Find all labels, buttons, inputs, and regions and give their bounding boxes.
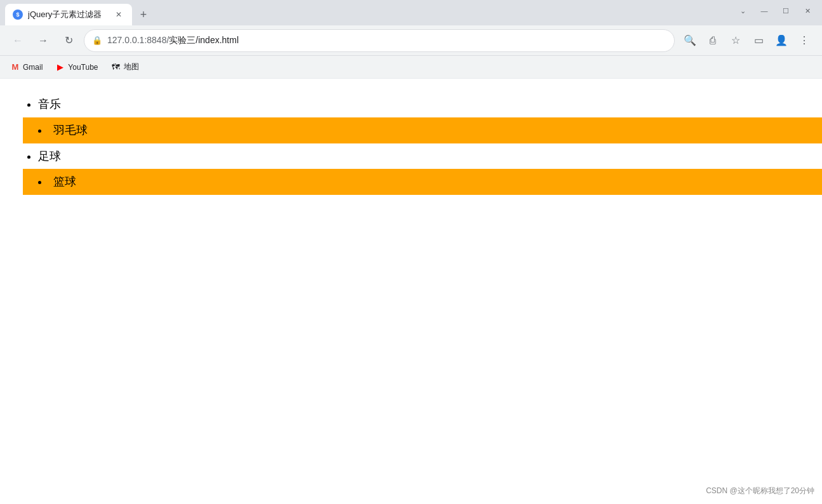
tab-favicon: $ bbox=[13, 10, 23, 20]
maximize-button[interactable]: ☐ bbox=[776, 4, 795, 17]
tab-close-button[interactable]: ✕ bbox=[113, 9, 124, 20]
tab-favicon-icon: $ bbox=[13, 10, 23, 20]
bookmark-maps-label: 地图 bbox=[124, 62, 139, 72]
gmail-favicon-icon: M bbox=[10, 62, 20, 72]
bookmark-maps[interactable]: 🗺 地图 bbox=[106, 59, 144, 75]
tab-title: jQuery子元素过滤器 bbox=[28, 9, 108, 20]
youtube-favicon-icon: ▶ bbox=[55, 62, 65, 72]
page-inner: 音乐 羽毛球 足球 篮球 bbox=[0, 79, 822, 208]
profile-button[interactable]: 👤 bbox=[771, 30, 792, 51]
reload-button[interactable]: ↻ bbox=[58, 30, 79, 51]
maps-favicon-icon: 🗺 bbox=[111, 62, 121, 72]
title-bar: $ jQuery子元素过滤器 ✕ + ⌄ — ☐ ✕ bbox=[0, 0, 822, 25]
bookmark-youtube-label: YouTube bbox=[68, 63, 98, 72]
forward-button[interactable]: → bbox=[33, 30, 53, 51]
sidebar-button[interactable]: ▭ bbox=[748, 30, 769, 51]
back-button[interactable]: ← bbox=[8, 30, 28, 51]
list-item-text: 篮球 bbox=[53, 175, 76, 188]
bookmark-gmail[interactable]: M Gmail bbox=[5, 60, 48, 75]
bookmark-button[interactable]: ☆ bbox=[726, 30, 746, 51]
address-bar[interactable]: 🔒 127.0.0.1:8848/实验三/index.html bbox=[84, 29, 675, 52]
url-scheme: 127.0.0.1:8848/ bbox=[107, 35, 169, 45]
bookmark-youtube[interactable]: ▶ YouTube bbox=[50, 60, 103, 75]
watermark: CSDN @这个昵称我想了20分钟 bbox=[706, 486, 814, 496]
page-content: 音乐 羽毛球 足球 篮球 CSDN @这个昵称我想了20分钟 bbox=[0, 79, 822, 504]
browser-frame: $ jQuery子元素过滤器 ✕ + ⌄ — ☐ ✕ ← → ↻ 🔒 127.0… bbox=[0, 0, 822, 504]
close-button[interactable]: ✕ bbox=[798, 4, 817, 17]
list-item-text: 足球 bbox=[38, 150, 61, 162]
list-item: 足球 bbox=[38, 143, 809, 169]
new-tab-button[interactable]: + bbox=[135, 6, 152, 23]
url-text: 127.0.0.1:8848/实验三/index.html bbox=[107, 35, 666, 46]
list-item: 音乐 bbox=[38, 91, 809, 117]
bookmarks-bar: M Gmail ▶ YouTube 🗺 地图 bbox=[0, 56, 822, 79]
minimize-button[interactable]: — bbox=[755, 4, 774, 17]
active-tab[interactable]: $ jQuery子元素过滤器 ✕ bbox=[5, 4, 132, 25]
share-button[interactable]: ⎙ bbox=[703, 30, 723, 51]
items-list: 音乐 羽毛球 足球 篮球 bbox=[13, 91, 809, 195]
chevron-down-button[interactable]: ⌄ bbox=[733, 4, 752, 17]
menu-button[interactable]: ⋮ bbox=[794, 30, 814, 51]
list-item: 篮球 bbox=[23, 169, 822, 195]
list-item-text: 羽毛球 bbox=[53, 124, 88, 136]
lock-icon: 🔒 bbox=[92, 36, 102, 45]
toolbar-actions: 🔍 ⎙ ☆ ▭ 👤 ⋮ bbox=[680, 30, 814, 51]
window-controls: ⌄ — ☐ ✕ bbox=[733, 4, 817, 21]
list-item: 羽毛球 bbox=[23, 117, 822, 143]
list-item-text: 音乐 bbox=[38, 98, 61, 110]
navigation-toolbar: ← → ↻ 🔒 127.0.0.1:8848/实验三/index.html 🔍 … bbox=[0, 25, 822, 56]
tab-strip: $ jQuery子元素过滤器 ✕ + bbox=[5, 0, 152, 25]
zoom-button[interactable]: 🔍 bbox=[680, 30, 700, 51]
url-path: 实验三/index.html bbox=[169, 35, 239, 45]
bookmark-gmail-label: Gmail bbox=[23, 63, 43, 72]
